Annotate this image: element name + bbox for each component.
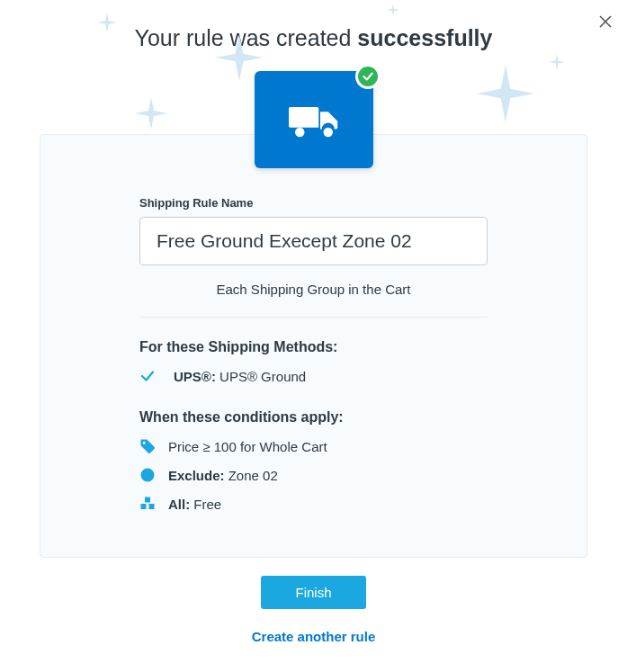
create-another-link[interactable]: Create another rule bbox=[0, 629, 627, 644]
condition-all: All: Free bbox=[139, 496, 488, 512]
close-icon bbox=[597, 13, 614, 30]
condition-all-text: All: Free bbox=[168, 497, 221, 512]
finish-button[interactable]: Finish bbox=[261, 576, 365, 609]
tag-icon bbox=[139, 438, 156, 454]
globe-icon bbox=[139, 467, 156, 483]
truck-card bbox=[255, 71, 373, 168]
divider bbox=[139, 317, 488, 318]
close-button[interactable] bbox=[591, 7, 620, 36]
page-title: Your rule was created successfully bbox=[0, 0, 627, 51]
rule-name-input[interactable] bbox=[139, 217, 488, 265]
title-prefix: Your rule was created bbox=[135, 25, 358, 50]
condition-price: Price ≥ 100 for Whole Cart bbox=[139, 438, 488, 454]
condition-price-text: Price ≥ 100 for Whole Cart bbox=[168, 439, 327, 454]
title-emphasis: successfully bbox=[357, 25, 492, 50]
method-row: UPS®: UPS® Ground bbox=[139, 368, 488, 384]
rule-hero bbox=[255, 71, 373, 168]
svg-point-3 bbox=[323, 128, 333, 138]
success-badge bbox=[355, 64, 381, 89]
scope-caption: Each Shipping Group in the Cart bbox=[139, 282, 488, 297]
condition-exclude: Exclude: Zone 02 bbox=[139, 467, 488, 483]
methods-heading: For these Shipping Methods: bbox=[139, 339, 488, 355]
conditions-heading: When these conditions apply: bbox=[139, 409, 488, 426]
boxes-icon bbox=[139, 496, 156, 512]
check-icon bbox=[139, 368, 156, 384]
rule-name-label: Shipping Rule Name bbox=[139, 196, 488, 210]
summary-card: Shipping Rule Name Each Shipping Group i… bbox=[40, 134, 587, 558]
check-icon bbox=[362, 70, 374, 83]
method-text: UPS®: UPS® Ground bbox=[174, 369, 306, 384]
svg-point-2 bbox=[295, 128, 305, 138]
condition-exclude-text: Exclude: Zone 02 bbox=[168, 468, 278, 483]
truck-icon bbox=[289, 101, 339, 139]
